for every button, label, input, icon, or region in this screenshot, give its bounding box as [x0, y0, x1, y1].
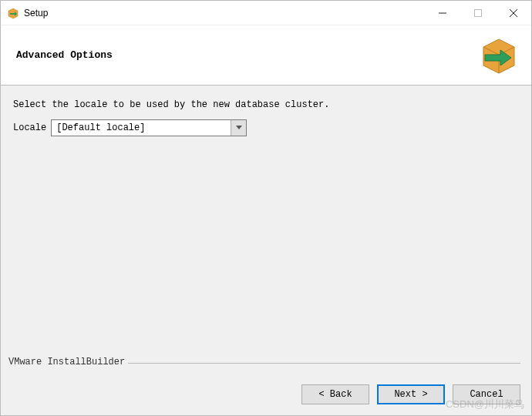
app-icon	[7, 7, 19, 19]
locale-field-row: Locale [Default locale]	[13, 119, 519, 136]
cancel-button[interactable]: Cancel	[453, 384, 520, 404]
close-button[interactable]	[496, 1, 531, 25]
locale-select-value: [Default locale]	[52, 120, 231, 136]
button-row: < Back Next > Cancel	[8, 384, 520, 404]
installer-logo-icon	[477, 33, 520, 79]
instruction-text: Select the locale to be used by the new …	[13, 99, 519, 110]
minimize-button[interactable]	[425, 1, 460, 25]
page-title: Advanced Options	[16, 49, 113, 61]
window-title: Setup	[24, 8, 48, 18]
header: Advanced Options	[1, 25, 531, 86]
titlebar: Setup	[1, 1, 531, 25]
next-button[interactable]: Next >	[377, 384, 445, 404]
locale-label: Locale	[13, 122, 46, 133]
maximize-button	[460, 1, 496, 25]
locale-select[interactable]: [Default locale]	[51, 119, 247, 136]
footer-branding: VMware InstallBuilder	[8, 357, 128, 367]
svg-rect-1	[475, 9, 482, 16]
window-controls	[425, 1, 531, 25]
chevron-down-icon[interactable]	[231, 120, 246, 136]
back-button[interactable]: < Back	[301, 384, 369, 404]
footer: VMware InstallBuilder < Back Next > Canc…	[1, 363, 531, 415]
content-area: Select the locale to be used by the new …	[1, 86, 531, 363]
